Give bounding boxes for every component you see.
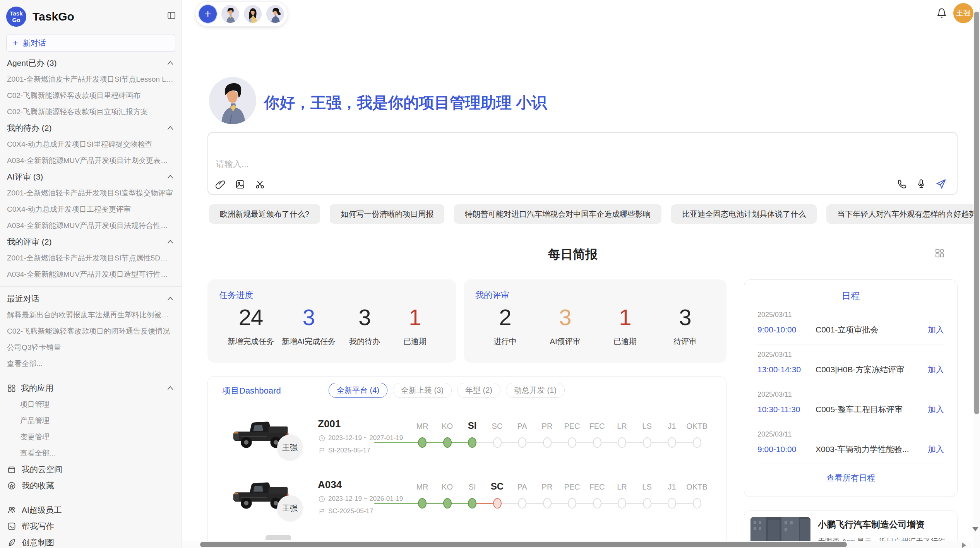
sidebar-section-header[interactable]: 我的应用 <box>0 380 182 396</box>
notification-bell-icon[interactable] <box>936 7 947 19</box>
sidebar-item[interactable]: A034-全新新能源MUV产品开发项目计划变更表编写 <box>0 152 182 169</box>
milestone-node[interactable] <box>543 437 552 448</box>
send-icon[interactable] <box>935 178 947 190</box>
scroll-right-arrow[interactable] <box>962 543 966 548</box>
horizontal-scrollbar-thumb[interactable] <box>200 542 847 547</box>
milestone-node[interactable] <box>543 498 552 509</box>
image-icon[interactable] <box>235 179 245 190</box>
sidebar-item[interactable]: 查看全部... <box>0 445 182 461</box>
avatar[interactable] <box>221 5 239 23</box>
chevron-up-icon <box>166 173 175 181</box>
dashboard-tab[interactable]: 全新平台 (4) <box>329 383 387 398</box>
milestone-node[interactable] <box>568 437 576 448</box>
microphone-icon[interactable] <box>916 178 927 189</box>
sidebar-link[interactable]: 我的收藏 <box>0 478 182 494</box>
milestone-node[interactable] <box>418 498 427 509</box>
project-row[interactable]: 王强Z0012023-12-19 ~ 2027-01-19SI-2025-05-… <box>208 413 726 471</box>
dashboard-tab[interactable]: 动总开发 (1) <box>506 383 565 398</box>
collapse-sidebar-icon[interactable] <box>167 11 176 20</box>
milestone-node[interactable] <box>643 498 651 509</box>
schedule-item[interactable]: 2025/03/119:00-10:00X003-车辆动力学性能验...加入 <box>757 424 944 464</box>
briefing-layout-icon[interactable] <box>934 248 945 259</box>
milestone-node[interactable] <box>518 498 526 509</box>
sidebar-item[interactable]: C02-飞腾新能源轻客改款项目的闭环通告反馈情况 <box>0 323 182 339</box>
schedule-item[interactable]: 2025/03/1113:00-14:30C003|H0B-方案冻结评审加入 <box>757 344 944 384</box>
sidebar-item[interactable]: C02-飞腾新能源轻客改款项目立项汇报方案 <box>0 104 182 120</box>
avatar[interactable] <box>244 5 262 23</box>
milestone-node[interactable] <box>693 437 701 448</box>
milestone-node[interactable] <box>443 437 452 448</box>
sidebar-item[interactable]: A034-全新新能源MUV产品开发项目法规符合性评审 <box>0 217 182 234</box>
dashboard-tab[interactable]: 年型 (2) <box>457 383 500 398</box>
milestone-node[interactable] <box>643 437 651 448</box>
user-avatar[interactable]: 王强 <box>953 3 973 23</box>
new-chat-button[interactable]: + 新对话 <box>6 34 175 52</box>
milestone-node[interactable] <box>618 437 626 448</box>
milestone-track: MRKOSISCPAPRPECFECLRLSJ1OKTB <box>410 474 709 526</box>
sidebar-item[interactable]: Z001-全新燃油轻卡产品开发项目SI造型提交物评审 <box>0 185 182 201</box>
sidebar-section-header[interactable]: 最近对话 <box>0 291 182 307</box>
milestone-node[interactable] <box>493 437 502 448</box>
suggestion-chip[interactable]: 特朗普可能对进口汽车增税会对中国车企造成哪些影响 <box>454 204 661 224</box>
suggestion-chip[interactable]: 比亚迪全固态电池计划具体说了什么 <box>671 204 817 224</box>
phone-icon[interactable] <box>896 178 907 189</box>
sidebar-item[interactable]: 公司Q3轻卡销量 <box>0 339 182 356</box>
milestone-node[interactable] <box>693 498 701 509</box>
avatar[interactable] <box>266 5 284 23</box>
sidebar-item[interactable]: 产品管理 <box>0 413 182 429</box>
sidebar-item[interactable]: Z001-全新燃油轻卡产品开发项目SI节点属性5D文件评审 <box>0 250 182 266</box>
sidebar-item[interactable]: 项目管理 <box>0 396 182 413</box>
add-agent-button[interactable]: + <box>199 5 217 23</box>
schedule-item[interactable]: 2025/03/119:00-10:00C001-立项审批会加入 <box>757 305 944 344</box>
milestone-node[interactable] <box>468 498 476 509</box>
milestone-node[interactable] <box>443 498 452 509</box>
suggestion-chip[interactable]: 欧洲新规最近颁布了什么? <box>209 204 320 224</box>
horizontal-scrollbar[interactable] <box>182 541 971 548</box>
sidebar-item[interactable]: 变更管理 <box>0 429 182 445</box>
milestone-track: MRKOSISCPAPRPECFECLRLSJ1OKTB <box>410 413 709 466</box>
suggestion-chip[interactable]: 如何写一份清晰的项目周报 <box>330 204 444 224</box>
sidebar-item[interactable]: Z001-全新燃油皮卡产品开发项目SI节点Lesson Learn报告 <box>0 71 182 87</box>
sidebar-link-label: 创意制图 <box>22 537 54 548</box>
view-all-schedule-link[interactable]: 查看所有日程 <box>744 473 957 483</box>
suggestion-chip[interactable]: 当下年轻人对汽车外观有怎样的喜好趋势 <box>826 204 980 224</box>
schedule-item[interactable]: 2025/03/1110:30-11:30C005-整车工程目标评审加入 <box>757 384 944 424</box>
chat-composer[interactable]: 请输入... <box>207 132 958 195</box>
sidebar-link[interactable]: AI超级员工 <box>0 502 182 518</box>
milestone-node[interactable] <box>618 498 626 509</box>
milestone-node[interactable] <box>493 498 502 509</box>
sidebar-link[interactable]: 创意制图 <box>0 534 182 548</box>
milestone-node[interactable] <box>593 498 601 509</box>
join-link[interactable]: 加入 <box>928 364 944 375</box>
milestone-node[interactable] <box>668 498 676 509</box>
milestone-node[interactable] <box>518 437 526 448</box>
project-row[interactable]: 王强A0342023-12-19 ~ 2026-01-19SC-2025-05-… <box>208 474 726 532</box>
milestone-node[interactable] <box>593 437 601 448</box>
sidebar-section-header[interactable]: 我的评审 (2) <box>0 234 182 250</box>
milestone-label: MR <box>409 422 435 431</box>
sidebar-section-header[interactable]: Agent已办 (3) <box>0 55 182 71</box>
milestone-node[interactable] <box>668 437 676 448</box>
sidebar-item[interactable]: A034-全新新能源MUV产品开发项目造型可行性评审 <box>0 266 182 283</box>
join-link[interactable]: 加入 <box>928 324 944 335</box>
vertical-scrollbar[interactable] <box>973 0 980 548</box>
sidebar-item[interactable]: C0X4-动力总成开发项目SI里程碑提交物检查 <box>0 136 182 152</box>
milestone-node[interactable] <box>568 498 576 509</box>
sidebar-link[interactable]: 我的云空间 <box>0 461 182 478</box>
join-link[interactable]: 加入 <box>928 444 944 455</box>
scroll-down-arrow[interactable] <box>972 527 978 531</box>
milestone-node[interactable] <box>418 437 427 448</box>
dashboard-tab[interactable]: 全新上装 (3) <box>393 383 452 398</box>
attachment-icon[interactable] <box>215 179 226 190</box>
sidebar-item[interactable]: 解释最新出台的欧盟报废车法规再生塑料比例被调至15%... <box>0 307 182 323</box>
sidebar-section-header[interactable]: 我的待办 (2) <box>0 120 182 136</box>
milestone-node[interactable] <box>468 437 476 448</box>
sidebar-item[interactable]: C0X4-动力总成开发项目工程变更评审 <box>0 201 182 217</box>
join-link[interactable]: 加入 <box>928 404 944 415</box>
sidebar-link[interactable]: 帮我写作 <box>0 518 182 534</box>
sidebar-section-header[interactable]: AI评审 (3) <box>0 169 182 185</box>
vertical-scrollbar-thumb[interactable] <box>974 12 979 414</box>
scissors-icon[interactable] <box>255 179 265 190</box>
sidebar-item[interactable]: C02-飞腾新能源轻客改款项目里程碑画布 <box>0 87 182 104</box>
sidebar-item[interactable]: 查看全部... <box>0 356 182 372</box>
